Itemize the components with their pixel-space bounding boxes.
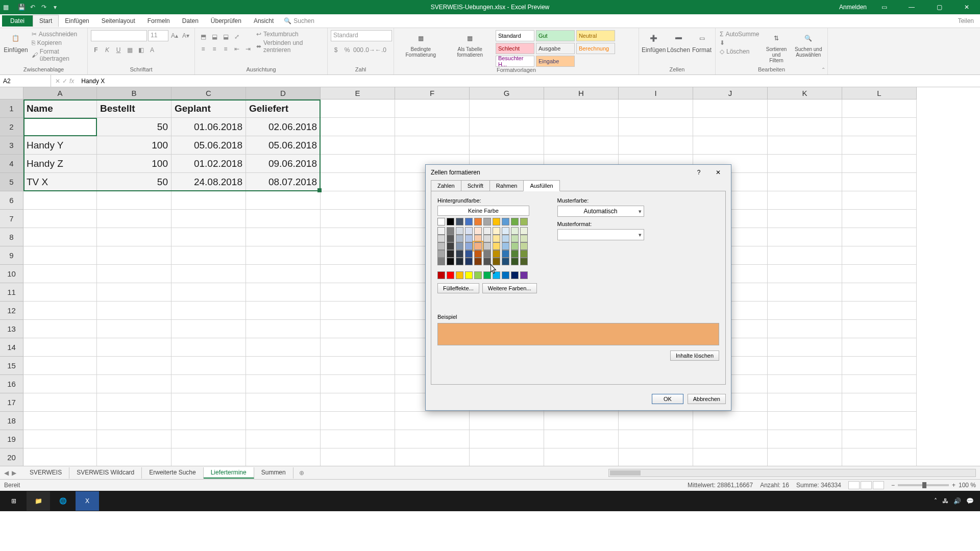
color-swatch[interactable] xyxy=(502,250,509,258)
dialog-titlebar[interactable]: Zellen formatieren ? ✕ xyxy=(426,165,731,180)
color-swatch[interactable] xyxy=(437,227,445,235)
color-swatch[interactable] xyxy=(437,218,445,226)
color-swatch[interactable] xyxy=(474,250,482,258)
color-swatch[interactable] xyxy=(493,218,500,226)
color-swatch[interactable] xyxy=(511,218,519,226)
color-swatch[interactable] xyxy=(520,250,528,258)
color-swatch[interactable] xyxy=(502,218,509,226)
color-swatch[interactable] xyxy=(474,218,482,226)
color-swatch[interactable] xyxy=(520,258,528,265)
color-swatch[interactable] xyxy=(493,258,500,265)
color-swatch[interactable] xyxy=(456,227,463,235)
color-swatch[interactable] xyxy=(502,235,509,242)
color-swatch[interactable] xyxy=(465,218,473,226)
color-swatch[interactable] xyxy=(447,227,454,235)
color-swatch[interactable] xyxy=(493,271,500,279)
color-swatch[interactable] xyxy=(456,271,463,279)
ok-button[interactable]: OK xyxy=(652,394,683,404)
no-color-button[interactable]: Keine Farbe xyxy=(437,206,529,216)
color-swatch[interactable] xyxy=(447,242,454,250)
color-swatch[interactable] xyxy=(447,271,454,279)
color-swatch[interactable] xyxy=(483,235,491,242)
dialog-tab[interactable]: Zahlen xyxy=(431,180,461,191)
color-swatch[interactable] xyxy=(483,227,491,235)
color-palette xyxy=(437,218,537,279)
dialog-close-icon[interactable]: ✕ xyxy=(710,166,726,179)
color-swatch[interactable] xyxy=(465,258,473,265)
dialog-tab[interactable]: Schrift xyxy=(461,180,490,191)
more-colors-button[interactable]: Weitere Farben... xyxy=(482,283,537,293)
color-swatch[interactable] xyxy=(465,235,473,242)
fill-effects-button[interactable]: Fülleffekte... xyxy=(437,283,479,293)
color-swatch[interactable] xyxy=(437,242,445,250)
sample-label: Beispiel xyxy=(437,314,719,320)
color-swatch[interactable] xyxy=(447,235,454,242)
dialog-title: Zellen formatieren xyxy=(431,169,480,176)
color-swatch[interactable] xyxy=(511,271,519,279)
color-swatch[interactable] xyxy=(456,218,463,226)
color-swatch[interactable] xyxy=(520,227,528,235)
color-swatch[interactable] xyxy=(474,258,482,265)
color-swatch[interactable] xyxy=(502,271,509,279)
color-swatch[interactable] xyxy=(493,227,500,235)
color-swatch[interactable] xyxy=(502,227,509,235)
color-swatch[interactable] xyxy=(493,242,500,250)
format-cells-dialog: Zellen formatieren ? ✕ ZahlenSchriftRahm… xyxy=(425,164,731,411)
color-swatch[interactable] xyxy=(511,242,519,250)
color-swatch[interactable] xyxy=(511,258,519,265)
cancel-button[interactable]: Abbrechen xyxy=(688,394,726,404)
pattern-color-label: Musterfarbe: xyxy=(557,197,644,204)
color-swatch[interactable] xyxy=(520,271,528,279)
color-swatch[interactable] xyxy=(447,250,454,258)
dialog-backdrop: Zellen formatieren ? ✕ ZahlenSchriftRahm… xyxy=(0,0,980,551)
color-swatch[interactable] xyxy=(447,258,454,265)
color-swatch[interactable] xyxy=(483,271,491,279)
color-swatch[interactable] xyxy=(483,258,491,265)
color-swatch[interactable] xyxy=(437,235,445,242)
color-swatch[interactable] xyxy=(465,250,473,258)
clear-content-button[interactable]: Inhalte löschen xyxy=(670,350,719,361)
color-swatch[interactable] xyxy=(437,271,445,279)
color-swatch[interactable] xyxy=(493,250,500,258)
dialog-help-icon[interactable]: ? xyxy=(691,166,706,179)
pattern-color-select[interactable]: Automatisch xyxy=(557,206,644,217)
color-swatch[interactable] xyxy=(483,250,491,258)
sample-preview xyxy=(437,323,719,345)
pattern-style-label: Musterformat: xyxy=(557,221,644,227)
bg-color-label: Hintergrundfarbe: xyxy=(437,197,537,204)
pattern-style-select[interactable] xyxy=(557,229,644,240)
color-swatch[interactable] xyxy=(456,242,463,250)
color-swatch[interactable] xyxy=(465,242,473,250)
color-swatch[interactable] xyxy=(456,258,463,265)
color-swatch[interactable] xyxy=(456,235,463,242)
color-swatch[interactable] xyxy=(474,235,482,242)
color-swatch[interactable] xyxy=(437,250,445,258)
color-swatch[interactable] xyxy=(483,242,491,250)
color-swatch[interactable] xyxy=(437,258,445,265)
color-swatch[interactable] xyxy=(456,250,463,258)
color-swatch[interactable] xyxy=(474,271,482,279)
color-swatch[interactable] xyxy=(502,258,509,265)
color-swatch[interactable] xyxy=(474,227,482,235)
color-swatch[interactable] xyxy=(520,242,528,250)
color-swatch[interactable] xyxy=(520,235,528,242)
color-swatch[interactable] xyxy=(511,250,519,258)
color-swatch[interactable] xyxy=(465,271,473,279)
color-swatch[interactable] xyxy=(502,242,509,250)
color-swatch[interactable] xyxy=(511,235,519,242)
color-swatch[interactable] xyxy=(465,227,473,235)
dialog-tab[interactable]: Ausfüllen xyxy=(523,180,559,191)
dialog-tab[interactable]: Rahmen xyxy=(489,180,524,191)
color-swatch[interactable] xyxy=(447,218,454,226)
color-swatch[interactable] xyxy=(520,218,528,226)
color-swatch[interactable] xyxy=(483,218,491,226)
color-swatch[interactable] xyxy=(493,235,500,242)
color-swatch[interactable] xyxy=(511,227,519,235)
color-swatch[interactable] xyxy=(474,242,482,250)
